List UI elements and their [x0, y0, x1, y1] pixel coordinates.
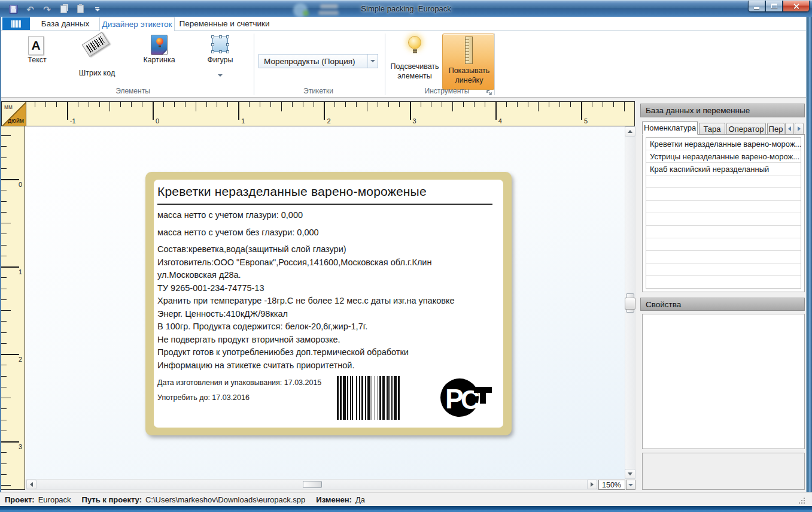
- tab-scroll-left-button[interactable]: [785, 123, 794, 135]
- application-window: ↶ ↷ Simple packing. Europack База данных…: [0, 0, 812, 512]
- properties-panel: [642, 314, 805, 449]
- picture-button-label: Картинка: [140, 56, 178, 64]
- lightbulb-icon: [408, 36, 421, 49]
- panel-tab-nomenclature[interactable]: Номенклатура: [642, 121, 698, 135]
- vertical-ruler: 0123: [1, 126, 25, 490]
- label-inner-area: Креветки неразделанные варено-мороженые …: [154, 180, 503, 428]
- ribbon: A Текст Штрих код Картинка Фигуры Морепр…: [1, 31, 806, 98]
- status-bar: Проект: Europack Путь к проекту: C:\User…: [0, 492, 812, 506]
- panel-tab-tara[interactable]: Тара: [699, 123, 725, 135]
- window-title: Simple packing. Europack: [0, 4, 812, 13]
- label-body-text[interactable]: Состав:креветка,вода(защитный слой глазу…: [157, 243, 455, 372]
- list-item-empty[interactable]: [646, 213, 801, 226]
- ruler-unit-corner[interactable]: мм дюйм: [1, 101, 26, 126]
- net-weight-line[interactable]: масса нетто с учетом глазури: 0,000: [157, 210, 303, 220]
- scroll-left-button[interactable]: [26, 480, 37, 489]
- group-separator: [494, 34, 495, 95]
- list-item-empty[interactable]: [646, 175, 801, 188]
- list-item-empty[interactable]: [646, 201, 801, 213]
- database-variables-header: База данных и переменные: [640, 104, 805, 117]
- project-label: Проект:: [5, 495, 35, 504]
- list-item-empty[interactable]: [646, 263, 801, 276]
- label-template-combobox[interactable]: Морепродукты (Порция): [258, 54, 378, 68]
- group-label-tools: Инструменты: [411, 87, 483, 95]
- modified-label: Изменен:: [316, 495, 352, 504]
- chevron-down-icon: [370, 60, 375, 62]
- list-item-empty[interactable]: [646, 188, 801, 201]
- zoom-dropdown-button[interactable]: [626, 480, 635, 490]
- project-path-label: Путь к проекту:: [82, 495, 142, 504]
- expiry-date-line[interactable]: Употребить до: 17.03.2016: [157, 393, 250, 402]
- minimize-button[interactable]: [748, 1, 765, 12]
- list-item[interactable]: Устрицы неразделанные варено-морож...: [646, 150, 801, 163]
- show-ruler-label: Показыватьлинейку: [443, 66, 495, 85]
- minimize-icon: [754, 7, 759, 9]
- label-title-text[interactable]: Креветки неразделанные варено-мороженые: [157, 184, 427, 199]
- arrow-right-icon: [591, 482, 594, 487]
- unit-mm-label: мм: [4, 104, 13, 110]
- rst-certification-logo[interactable]: Р С: [440, 377, 494, 418]
- panel-splitter-button[interactable]: [625, 298, 635, 310]
- production-date-line[interactable]: Дата изготовления и упаковывания: 17.03.…: [157, 378, 321, 387]
- window-right-border: [806, 17, 812, 492]
- list-item-empty[interactable]: [646, 238, 801, 251]
- ribbon-button-show-ruler[interactable]: Показыватьлинейку: [442, 34, 495, 90]
- ribbon-tab-row: База данных Дизайнер этикеток Переменные…: [1, 17, 806, 31]
- panel-tab-operator[interactable]: Оператор: [726, 123, 766, 135]
- group-label-elements: Элементы: [91, 87, 175, 95]
- tab-variables-counters[interactable]: Переменные и счетчики: [176, 17, 273, 31]
- arrow-left-icon: [788, 126, 791, 131]
- horizontal-ruler: -1012345: [26, 101, 635, 126]
- label-preview[interactable]: Креветки неразделанные варено-мороженые …: [145, 172, 512, 435]
- list-item[interactable]: Краб каспийский неразделанный: [646, 163, 801, 175]
- picture-element-icon: [151, 35, 168, 55]
- list-item[interactable]: Креветки неразделанные варено-морож...: [646, 138, 801, 150]
- dialog-launcher-icon[interactable]: [486, 88, 493, 95]
- barcode-element-icon: [82, 32, 110, 57]
- modified-value: Да: [355, 495, 365, 504]
- group-separator: [254, 34, 254, 95]
- highlight-elements-label: Подсвечиватьэлементы: [385, 62, 445, 81]
- scroll-down-button[interactable]: [625, 469, 635, 479]
- scroll-right-button[interactable]: [587, 480, 597, 489]
- project-path-value: C:\Users\markeshov\Downloads\europack.sp…: [145, 495, 305, 504]
- list-item-empty[interactable]: [646, 226, 801, 238]
- panel-bottom-placeholder: [642, 453, 805, 490]
- close-button[interactable]: [783, 1, 810, 12]
- net-weight-no-glaze-line[interactable]: масса нетто с учетом без глазури: 0,000: [157, 228, 319, 237]
- list-item-empty[interactable]: [646, 251, 801, 263]
- barcode[interactable]: [337, 376, 400, 420]
- resize-grip[interactable]: [799, 498, 805, 504]
- arrow-up-icon: [628, 130, 632, 133]
- panel-tab-overflow[interactable]: Пер: [767, 123, 784, 135]
- list-item-empty[interactable]: [646, 276, 801, 289]
- nomenclature-list-container: Креветки неразделанные варено-морож... У…: [642, 135, 805, 292]
- design-canvas[interactable]: Креветки неразделанные варено-мороженые …: [25, 126, 625, 479]
- chevron-down-icon: [628, 484, 633, 486]
- combobox-dropdown-button[interactable]: [367, 54, 378, 68]
- app-menu-button[interactable]: [2, 17, 30, 31]
- text-button-label: Текст: [18, 56, 56, 64]
- maximize-icon: [771, 4, 777, 8]
- zoom-level-value[interactable]: 150%: [598, 480, 625, 490]
- text-element-icon: A: [28, 36, 44, 55]
- group-label-labels: Этикетки: [282, 87, 354, 95]
- properties-header: Свойства: [640, 298, 805, 311]
- tab-database[interactable]: База данных: [33, 17, 98, 31]
- tab-scroll-right-button[interactable]: [795, 123, 804, 135]
- chevron-down-icon[interactable]: [218, 74, 223, 77]
- arrow-right-icon: [798, 126, 801, 131]
- tab-label-designer[interactable]: Дизайнер этикеток: [99, 17, 175, 31]
- shapes-element-icon: [212, 37, 228, 52]
- window-bottom-border: [0, 506, 812, 512]
- barcode-icon: [11, 20, 21, 28]
- arrow-left-icon: [30, 482, 33, 487]
- barcode-button-label: Штрих код: [72, 69, 122, 77]
- horizontal-scrollbar-thumb[interactable]: [303, 481, 322, 488]
- title-bar: ↶ ↷ Simple packing. Europack: [0, 0, 812, 17]
- maximize-button[interactable]: [765, 1, 783, 12]
- window-controls: [748, 1, 810, 12]
- scroll-up-button[interactable]: [625, 126, 635, 137]
- unit-inch-label: дюйм: [8, 117, 24, 124]
- title-underline: [157, 204, 492, 205]
